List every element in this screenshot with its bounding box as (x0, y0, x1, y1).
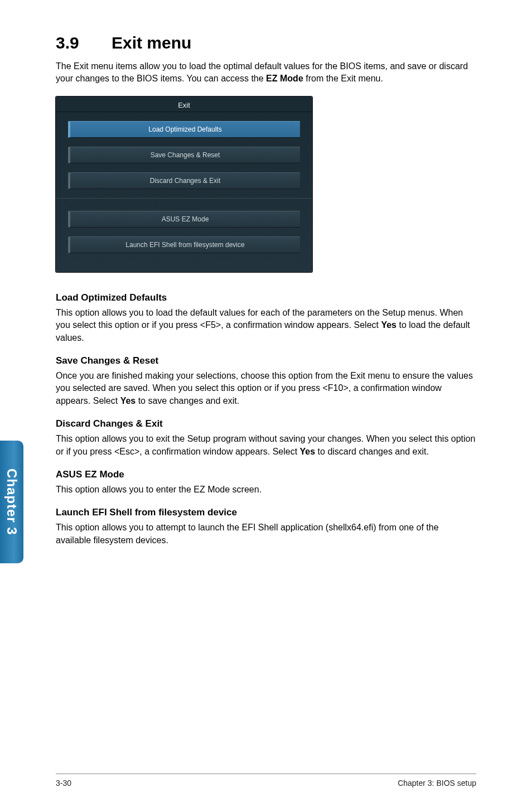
footer-page-number: 3-30 (56, 779, 71, 787)
para-launch-efi-shell: This option allows you to attempt to lau… (56, 521, 476, 547)
para-save-changes-reset: Once you are finished making your select… (56, 370, 476, 407)
scr-pre: Once you are finished making your select… (56, 371, 473, 405)
menu-item-discard-changes-exit[interactable]: Discard Changes & Exit (68, 172, 300, 189)
heading-save-changes-reset: Save Changes & Reset (56, 355, 476, 366)
section-number: 3.9 (56, 33, 112, 52)
intro-post: from the Exit menu. (303, 74, 383, 83)
intro-pre: The Exit menu items allow you to load th… (56, 61, 468, 83)
heading-discard-changes-exit: Discard Changes & Exit (56, 418, 476, 429)
page-footer: 3-30 Chapter 3: BIOS setup (56, 774, 476, 787)
para-discard-changes-exit: This option allows you to exit the Setup… (56, 433, 476, 458)
section-title: 3.9Exit menu (56, 33, 476, 52)
menu-item-asus-ez-mode[interactable]: ASUS EZ Mode (68, 211, 300, 228)
para-asus-ez-mode: This option allows you to enter the EZ M… (56, 484, 476, 496)
intro-paragraph: The Exit menu items allow you to load th… (56, 60, 476, 85)
menu-item-save-changes-reset[interactable]: Save Changes & Reset (68, 147, 300, 163)
menu-item-load-optimized-defaults[interactable]: Load Optimized Defaults (68, 121, 300, 138)
heading-asus-ez-mode: ASUS EZ Mode (56, 469, 476, 480)
dce-bold: Yes (300, 447, 316, 456)
para-load-optimized-defaults: This option allows you to load the defau… (56, 307, 476, 344)
screenshot-body: Load Optimized Defaults Save Changes & R… (56, 121, 312, 272)
scr-post: to save changes and exit. (136, 396, 239, 405)
page-content: 3.9Exit menu The Exit menu items allow y… (0, 0, 532, 802)
heading-launch-efi-shell: Launch EFI Shell from filesystem device (56, 507, 476, 518)
menu-item-launch-efi-shell[interactable]: Launch EFI Shell from filesystem device (68, 236, 300, 253)
intro-bold: EZ Mode (266, 74, 303, 83)
footer-chapter-label: Chapter 3: BIOS setup (398, 779, 476, 787)
screenshot-header-divider (56, 112, 312, 112)
lod-bold: Yes (381, 320, 396, 330)
screenshot-header: Exit (56, 96, 312, 112)
scr-bold: Yes (120, 396, 136, 405)
screenshot-divider (56, 198, 312, 199)
heading-load-optimized-defaults: Load Optimized Defaults (56, 292, 476, 303)
section-name: Exit menu (112, 33, 191, 52)
dce-post: to discard changes and exit. (315, 447, 429, 456)
bios-screenshot: Exit Load Optimized Defaults Save Change… (56, 96, 312, 272)
